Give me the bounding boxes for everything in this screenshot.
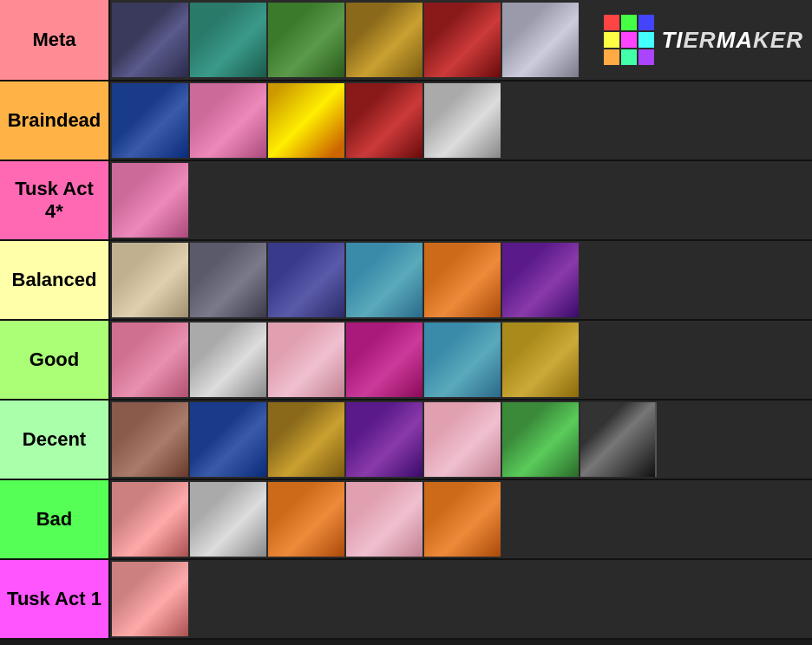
tiermaker-logo: TiERMAKER [604, 15, 803, 65]
list-item[interactable] [112, 482, 188, 557]
tier-items-balanced [108, 241, 812, 319]
list-item[interactable] [190, 322, 266, 397]
tier-label-braindead: Braindead [0, 81, 108, 160]
tier-row-bad: Bad [0, 480, 812, 560]
tier-items-tusk1 [108, 560, 812, 638]
list-item[interactable] [580, 402, 657, 477]
tier-items-meta: TiERMAKER [108, 0, 812, 80]
tier-items-tusk4 [108, 161, 812, 239]
list-item[interactable] [346, 83, 422, 158]
tier-items-bad [108, 480, 812, 558]
list-item[interactable] [112, 402, 188, 477]
tier-row-decent: Decent [0, 401, 812, 480]
logo-grid [604, 15, 654, 65]
list-item[interactable] [268, 482, 344, 557]
list-item[interactable] [502, 3, 579, 77]
list-item[interactable] [112, 562, 188, 636]
tier-label-bad: Bad [0, 480, 108, 558]
list-item[interactable] [346, 482, 422, 557]
tier-list: Meta [0, 0, 812, 640]
list-item[interactable] [346, 3, 422, 77]
tier-row-tusk4: Tusk Act 4* [0, 161, 812, 241]
tier-items-good [108, 321, 812, 399]
list-item[interactable] [190, 402, 266, 477]
tier-row-good: Good [0, 321, 812, 401]
tier-row-tusk1: Tusk Act 1 [0, 560, 812, 640]
list-item[interactable] [424, 322, 501, 397]
list-item[interactable] [502, 243, 579, 317]
list-item[interactable] [502, 402, 579, 477]
tier-row-braindead: Braindead [0, 81, 812, 161]
list-item[interactable] [346, 243, 422, 317]
list-item[interactable] [424, 402, 501, 477]
tier-label-balanced: Balanced [0, 241, 108, 319]
list-item[interactable] [424, 83, 501, 158]
list-item[interactable] [190, 3, 266, 77]
list-item[interactable] [190, 243, 266, 317]
list-item[interactable] [112, 163, 188, 238]
tier-label-meta: Meta [0, 0, 108, 80]
list-item[interactable] [346, 322, 422, 397]
list-item[interactable] [268, 3, 344, 77]
list-item[interactable] [268, 243, 344, 317]
list-item[interactable] [112, 83, 188, 158]
tier-label-tusk1: Tusk Act 1 [0, 560, 108, 638]
list-item[interactable] [268, 322, 344, 397]
tier-label-tusk4: Tusk Act 4* [0, 161, 108, 239]
tier-label-decent: Decent [0, 401, 108, 479]
list-item[interactable] [424, 243, 501, 317]
list-item[interactable] [190, 482, 266, 557]
list-item[interactable] [346, 402, 422, 477]
list-item[interactable] [268, 402, 344, 477]
tier-items-braindead [108, 81, 812, 160]
list-item[interactable] [112, 243, 188, 317]
list-item[interactable] [112, 322, 188, 397]
list-item[interactable] [190, 83, 266, 158]
tier-items-decent [108, 401, 812, 479]
tier-label-good: Good [0, 321, 108, 399]
list-item[interactable] [112, 3, 188, 77]
list-item[interactable] [424, 3, 501, 77]
list-item[interactable] [502, 322, 579, 397]
logo-text: TiERMAKER [661, 27, 803, 54]
list-item[interactable] [268, 83, 344, 158]
list-item[interactable] [424, 482, 501, 557]
tier-row-balanced: Balanced [0, 241, 812, 321]
tier-row-meta: Meta [0, 0, 812, 81]
